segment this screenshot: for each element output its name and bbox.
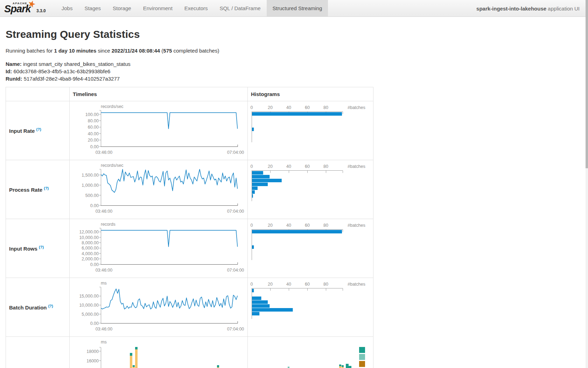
svg-text:60: 60	[305, 164, 310, 169]
batch-duration-histogram: 020406080#batches	[248, 278, 373, 337]
svg-text:records/sec: records/sec	[101, 163, 124, 168]
svg-text:18000: 18000	[86, 349, 99, 354]
svg-text:40.00: 40.00	[88, 131, 99, 136]
query-name-label: Name:	[6, 61, 22, 67]
app-title-suffix: application UI	[548, 6, 580, 12]
row-label-text: Input Rate	[9, 128, 35, 134]
svg-text:80.00: 80.00	[88, 118, 99, 123]
running-paren: (	[160, 48, 163, 54]
main-content: Streaming Query Statistics Running batch…	[6, 28, 588, 368]
svg-text:ms: ms	[101, 281, 107, 286]
svg-text:40: 40	[286, 223, 291, 228]
svg-text:80: 80	[323, 105, 328, 110]
spark-logo[interactable]: APACHE Spark ★	[4, 1, 33, 16]
input-rows-histogram: 020406080#batches	[248, 219, 373, 278]
svg-text:100.00: 100.00	[85, 112, 99, 117]
input-rows-timeline: records12,000.0010,000.008,000.006,000.0…	[70, 219, 248, 278]
stats-header-row: Timelines Histograms	[6, 87, 373, 101]
svg-text:500.00: 500.00	[85, 193, 99, 198]
svg-text:07:04:00: 07:04:00	[227, 327, 244, 332]
input-rows-label: Input Rows (?)	[6, 219, 70, 278]
running-mid: since	[96, 48, 111, 54]
input-rate-timeline: records/sec100.0080.0060.0040.0020.000.0…	[70, 101, 248, 160]
running-suffix: completed batches)	[172, 48, 219, 54]
row-label-text: Batch Duration	[9, 305, 47, 311]
row-operation-duration: ms180001600014000	[6, 337, 373, 368]
svg-text:10,000.00: 10,000.00	[79, 303, 99, 308]
tab-sql-dataframe[interactable]: SQL / DataFrame	[214, 0, 267, 16]
svg-text:03:46:00: 03:46:00	[96, 327, 113, 332]
svg-text:6,000.00: 6,000.00	[82, 246, 99, 251]
svg-text:ms: ms	[101, 340, 107, 345]
scrollbar-track[interactable]	[586, 0, 588, 368]
app-title: spark-ingest-into-lakehouse application …	[476, 0, 580, 17]
operation-duration-histogram	[248, 337, 373, 368]
svg-text:07:04:00: 07:04:00	[227, 268, 244, 273]
query-runid-label: RunId:	[6, 76, 22, 82]
svg-text:60: 60	[305, 282, 310, 287]
svg-text:0.00: 0.00	[90, 321, 99, 326]
svg-text:80: 80	[323, 282, 328, 287]
help-link[interactable]: (?)	[48, 304, 53, 308]
svg-text:2,000.00: 2,000.00	[82, 257, 99, 261]
svg-text:0: 0	[251, 105, 253, 110]
batch-duration-label: Batch Duration (?)	[6, 278, 70, 337]
tab-jobs[interactable]: Jobs	[56, 0, 79, 16]
process-rate-timeline: records/sec1,500.001,000.00500.000.0003:…	[70, 160, 248, 219]
running-since: 2022/11/24 08:08:44	[112, 48, 160, 54]
svg-text:8,000.00: 8,000.00	[82, 240, 99, 245]
svg-text:03:46:00: 03:46:00	[96, 268, 113, 273]
svg-text:records: records	[101, 222, 115, 227]
tab-storage[interactable]: Storage	[107, 0, 137, 16]
svg-text:40: 40	[286, 105, 291, 110]
process-rate-label: Process Rate (?)	[6, 160, 70, 219]
help-link[interactable]: (?)	[44, 186, 49, 190]
svg-text:#batches: #batches	[348, 223, 365, 228]
query-name-line: Name: ingest smart_city shared_bikes_sta…	[6, 60, 588, 68]
svg-text:80: 80	[323, 164, 328, 169]
running-batches-line: Running batches for 1 day 10 minutes sin…	[6, 48, 588, 54]
input-rate-label: Input Rate (?)	[6, 101, 70, 160]
svg-text:12,000.00: 12,000.00	[79, 230, 99, 234]
query-meta: Name: ingest smart_city shared_bikes_sta…	[6, 60, 588, 82]
tab-executors[interactable]: Executors	[178, 0, 214, 16]
query-runid-line: RunId: 517afd3f-28e2-4ba8-9fe4-4102527a3…	[6, 75, 588, 82]
svg-text:20: 20	[268, 164, 273, 169]
page-title: Streaming Query Statistics	[6, 28, 588, 40]
spark-version: 3.3.0	[36, 8, 46, 13]
timelines-header: Timelines	[70, 87, 248, 101]
svg-text:60: 60	[305, 223, 310, 228]
svg-text:1,500.00: 1,500.00	[82, 173, 99, 178]
svg-text:1,000.00: 1,000.00	[82, 183, 99, 188]
running-duration: 1 day 10 minutes	[54, 48, 96, 54]
svg-text:#batches: #batches	[348, 105, 365, 110]
row-label-text: Input Rows	[9, 246, 37, 252]
svg-text:0: 0	[251, 164, 253, 169]
batch-duration-timeline: ms15,000.0010,000.005,000.000.0003:46:00…	[70, 278, 248, 337]
svg-text:0.00: 0.00	[90, 262, 99, 267]
svg-text:0: 0	[251, 223, 253, 228]
process-rate-histogram: 020406080#batches	[248, 160, 373, 219]
svg-text:#batches: #batches	[348, 282, 365, 287]
help-link[interactable]: (?)	[36, 127, 41, 131]
svg-text:20: 20	[268, 105, 273, 110]
row-input-rows: Input Rows (?) records12,000.0010,000.00…	[6, 219, 373, 278]
row-label-text: Process Rate	[9, 187, 42, 193]
tab-environment[interactable]: Environment	[137, 0, 178, 16]
svg-text:0.00: 0.00	[90, 144, 99, 149]
svg-text:40: 40	[286, 164, 291, 169]
query-id-label: Id:	[6, 68, 12, 74]
nav-tabs: Jobs Stages Storage Environment Executor…	[56, 0, 328, 16]
query-id-line: Id: 60dc3768-85e3-4fb5-a13c-63b29938bfe6	[6, 68, 588, 75]
tab-stages[interactable]: Stages	[78, 0, 107, 16]
svg-text:40: 40	[286, 282, 291, 287]
empty-header-cell	[6, 87, 70, 101]
tab-structured-streaming[interactable]: Structured Streaming	[267, 0, 328, 16]
svg-text:60: 60	[305, 105, 310, 110]
svg-text:16000: 16000	[86, 359, 99, 363]
help-link[interactable]: (?)	[39, 245, 44, 249]
svg-text:20: 20	[268, 223, 273, 228]
operation-duration-timeline: ms180001600014000	[70, 337, 248, 368]
scrollbar-thumb[interactable]	[586, 0, 588, 168]
svg-text:03:46:00: 03:46:00	[96, 150, 113, 155]
